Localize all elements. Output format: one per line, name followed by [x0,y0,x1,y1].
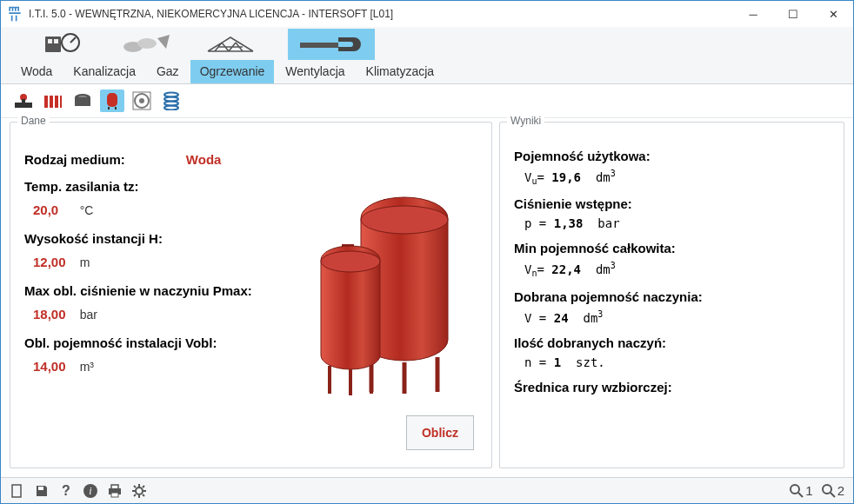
svg-point-27 [164,106,178,110]
svg-point-29 [361,206,448,234]
vn-label: Min pojemność całkowita: [514,241,830,255]
toolbar-icon-truss [204,31,257,57]
svg-line-52 [134,494,136,496]
svg-rect-38 [12,485,21,497]
svg-point-34 [321,251,380,272]
status-bar: ? i 1 2 [1,477,853,503]
h-unit: m [80,255,90,269]
n-label: Ilość dobranych naczyń: [514,335,830,350]
vobl-unit: m³ [80,360,94,374]
pmax-unit: bar [80,308,97,322]
n-value: 1 [554,355,561,369]
status-print-icon[interactable] [107,483,123,499]
status-settings-icon[interactable] [131,483,147,499]
panel-wyniki: Wyniki Pojemność użytkowa: Vu= 19,6 dm3 … [499,122,844,468]
medium-value[interactable]: Woda [186,152,222,167]
svg-rect-7 [300,43,338,48]
svg-rect-12 [50,96,53,108]
panel-dane: Dane Rodzaj medium:Woda Temp. zasilania … [10,122,492,468]
vessels-illustration [309,192,483,418]
status-info-icon[interactable]: i [83,483,98,499]
svg-point-6 [137,38,157,49]
d-label: Średnica rury wzbiorczej: [514,380,830,395]
svg-rect-17 [75,97,90,106]
svg-rect-18 [107,93,117,107]
medium-label: Rodzaj medium: [24,152,125,167]
svg-rect-13 [55,96,58,108]
svg-rect-1 [48,39,52,43]
svg-line-50 [134,486,136,487]
pmax-value[interactable]: 18,00 [33,307,77,322]
svg-line-53 [143,486,144,487]
maximize-button[interactable]: ☐ [773,1,813,27]
svg-rect-14 [60,96,62,108]
minimize-button[interactable]: ─ [733,1,773,27]
svg-point-54 [791,485,799,494]
tab-kanalizacja[interactable]: Kanalizacja [63,60,145,83]
svg-rect-2 [54,39,58,43]
subtool-fan-icon[interactable] [130,90,154,112]
svg-line-51 [143,494,144,496]
svg-point-56 [823,485,831,494]
subtool-radiator-icon[interactable] [41,90,65,112]
main-toolbar: Woda Kanalizacja Gaz Ogrzewanie Wentylac… [1,27,853,84]
panel-dane-title: Dane [17,115,50,127]
tab-ogrzewanie[interactable]: Ogrzewanie [190,60,275,83]
svg-text:i: i [89,485,91,497]
panel-wyniki-title: Wyniki [507,115,544,127]
svg-rect-0 [45,36,61,52]
app-icon [6,5,23,23]
svg-rect-44 [111,493,118,497]
v-label: Dobrana pojemność naczynia: [514,289,830,304]
svg-rect-43 [111,485,118,489]
tz-value[interactable]: 20,0 [33,202,77,217]
toolbar-icon-wrench-active [288,29,375,60]
toolbar-icon-pipes [121,31,173,57]
tab-klimatyzacja[interactable]: Klimatyzacja [357,60,444,83]
vu-value: 19,6 [551,170,581,184]
vu-label: Pojemność użytkowa: [514,149,830,163]
subtool-coil-icon[interactable] [159,90,183,112]
vn-value: 22,4 [551,262,581,276]
v-value: 24 [554,311,569,325]
toolbar-icon-meters [37,31,90,57]
svg-point-45 [136,487,143,494]
tab-wentylacja[interactable]: Wentylacja [276,60,354,83]
title-bar: I.T.I. 5.0 - WEWNĘTRZNA, NIEKOMERCYJNA L… [1,1,853,27]
vobl-value[interactable]: 14,00 [33,359,77,374]
calculate-button[interactable]: Oblicz [406,415,474,450]
subtool-vessel-icon[interactable] [100,90,124,112]
main-tabs: Woda Kanalizacja Gaz Ogrzewanie Wentylac… [11,60,843,83]
window-title: I.T.I. 5.0 - WEWNĘTRZNA, NIEKOMERCYJNA L… [29,8,733,20]
status-zoom-1[interactable]: 1 [790,483,812,498]
svg-rect-11 [44,96,48,108]
status-save-icon[interactable] [34,483,50,499]
sub-toolbar [1,84,853,118]
svg-line-55 [798,493,803,497]
h-value[interactable]: 12,00 [33,255,77,269]
subtool-valve-icon[interactable] [11,90,36,112]
svg-point-23 [139,98,144,103]
p-value: 1,38 [554,216,584,230]
tab-woda[interactable]: Woda [11,60,62,83]
svg-line-4 [70,37,76,43]
svg-rect-10 [22,99,25,104]
status-help-icon[interactable]: ? [58,483,74,499]
svg-rect-39 [38,487,43,490]
subtool-tank-top-icon[interactable] [70,90,95,112]
tz-unit: °C [80,203,94,217]
tab-gaz[interactable]: Gaz [147,60,189,83]
status-new-icon[interactable] [10,483,25,499]
p-label: Ciśnienie wstępne: [514,196,830,211]
svg-line-57 [831,493,835,497]
status-zoom-2[interactable]: 2 [822,483,844,498]
close-button[interactable]: ✕ [813,1,853,27]
